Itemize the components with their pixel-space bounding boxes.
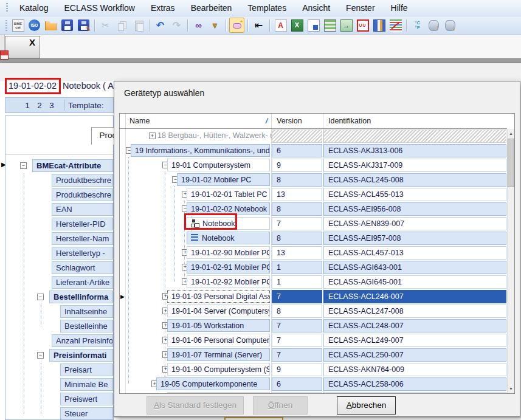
tree-row-19-01-04-server-computersyst[interactable]: +19-01-04 Server (Computersyst...8ECLASS… [120,304,507,318]
tree-expander-icon[interactable]: − [20,162,27,169]
name-cell[interactable]: −19-01 Computersystem [126,158,272,173]
page-number-2[interactable]: 2 [33,101,46,110]
name-cell[interactable]: +19-01-02-91 Mobiler PC (Teile) [126,260,272,275]
tree-row-19-01-02-90-mobiler-pc-nic[interactable]: +19-01-02-90 Mobiler PC (nic...13ECLASS-… [120,246,507,260]
tree-row-notebook[interactable]: Notebook7ECLASS-AEN839-007 [120,216,507,231]
page-number-3[interactable]: 3 [46,101,58,110]
tree-expander-icon[interactable]: − [37,294,44,300]
attribute-row-preisart[interactable]: Preisart [5,363,113,377]
name-cell[interactable]: −19 Informations-, Kommunikations-, und.… [126,143,272,158]
tree-row-19-01-02-91-mobiler-pc-teile[interactable]: +19-01-02-91 Mobiler PC (Teile)1ECLASS-A… [120,260,507,275]
menu-extras[interactable]: Extras [143,0,183,16]
tree-row-19-01-02-01-tablet-pc[interactable]: +19-01-02-01 Tablet PC13ECLASS-ACL455-01… [120,187,507,202]
name-cell[interactable] [126,391,272,393]
open-folder-icon[interactable] [43,18,58,33]
filter-icon[interactable]: ▼ [207,18,223,33]
tree-row-19-01-computersystem[interactable]: −19-01 Computersystem9ECLASS-AKJ317-009 [120,158,507,173]
scroll-down-icon[interactable]: ▼ [508,384,514,393]
attribute-row-bestellinforma[interactable]: −Bestellinforma [5,290,113,305]
name-cell[interactable]: Notebook [126,216,272,231]
table-export-arrow-icon[interactable]: → [339,18,354,33]
attribute-row-ean[interactable]: EAN [5,202,113,217]
name-cell[interactable]: Notebook [126,231,272,246]
document-tab[interactable]: X [5,36,40,58]
table-columns-icon[interactable] [371,18,387,33]
name-cell[interactable]: +19-01-02-90 Mobiler PC (nic... [126,246,272,260]
db-download-icon[interactable]: ↓ [443,18,458,33]
name-cell[interactable]: +19-05 Computerkomponente [126,377,272,391]
tree-row-notebook[interactable]: Notebook8ECLASS-AEI957-008 [120,231,507,246]
menu-ansicht[interactable]: Ansicht [294,0,338,16]
copy-icon[interactable] [114,18,129,33]
menu-bearbeiten[interactable]: Bearbeiten [183,0,240,16]
name-cell[interactable]: +19-01-04 Server (Computersyst... [126,304,272,318]
tree-row-19-01-05-workstation[interactable]: +19-01-05 Workstation7ECLASS-ACL248-007 [120,318,507,333]
cut-icon[interactable]: ✂ [98,18,113,33]
excel-export-icon[interactable]: X [289,18,305,33]
name-cell[interactable]: +19-01-90 Computersystem (Son... [126,362,272,377]
tree-row-19-01-02-mobiler-pc[interactable]: −19-01-02 Mobiler PC8ECLASS-ACL245-008 [120,173,507,187]
menu-katalog[interactable]: Katalog [12,0,56,16]
db-upload-icon[interactable]: ↑ [426,18,441,33]
attribute-row-anzahl-preisinfo[interactable]: Anzahl Preisinfo [5,334,113,348]
menu-eclass-workflow[interactable]: ECLASS Workflow [56,0,142,16]
tree-expander-icon[interactable]: − [37,352,44,359]
attribute-row-preisinformati[interactable]: −Preisinformati [5,348,113,363]
redo-icon[interactable]: ↷ [169,18,184,33]
new-document-icon[interactable] [306,18,321,33]
name-cell[interactable]: +19-01-03 Personal Digital Assist... [126,289,272,304]
attribute-row-minimale-be[interactable]: Minimale Be [5,377,113,392]
attribute-row-preiswert[interactable]: Preiswert [5,392,113,407]
name-cell[interactable]: +19-01-02-92 Mobiler PC (Zub... [126,275,272,289]
attribute-row-schlagwort[interactable]: Schlagwort [5,261,113,275]
öffnen-button[interactable]: Öffnen [253,396,308,415]
pdf-export-icon[interactable]: A [273,18,288,33]
attribute-tree-panel[interactable]: −BMEcat-AttributeProduktbeschreProduktbe… [5,115,114,420]
tree-expander-icon[interactable]: + [149,133,156,139]
page-number-1[interactable]: 1 [21,101,33,110]
als-standard-festlegen-button[interactable]: Als Standard festlegen [147,396,244,415]
name-cell[interactable]: +19-01-06 Personal Computer [126,333,272,348]
paste-icon[interactable] [131,18,146,33]
attribute-row-hersteller-pid[interactable]: Hersteller-PID [5,217,113,232]
name-cell[interactable]: −19-01-02-02 Notebook [126,202,272,216]
find-icon[interactable]: ∞ [191,18,206,33]
name-cell[interactable]: +19-01-07 Terminal (Server) [126,348,272,362]
undo-icon[interactable]: ↶ [153,18,168,33]
tree-row-19-informations-kommunikations-und[interactable]: −19 Informations-, Kommunikations-, und.… [120,143,507,158]
unit-uu-icon[interactable]: UU [355,18,370,33]
temperature-icon[interactable]: °C °F [410,18,425,33]
attribute-row-lieferant-artike[interactable]: Lieferant-Artike [5,275,113,290]
tree-row-partial[interactable] [120,391,507,393]
tree-row-18-bergbau-hütten-walzwerk-und-g[interactable]: +18 Bergbau-, Hütten-, Walzwerk- und G..… [120,129,507,143]
attribute-row-produktbeschre[interactable]: Produktbeschre [5,173,113,188]
name-cell[interactable]: +19-01-05 Workstation [126,318,272,333]
tree-row-19-01-06-personal-computer[interactable]: +19-01-06 Personal Computer7ECLASS-ACL24… [120,333,507,348]
save-icon[interactable] [60,18,75,33]
menu-fenster[interactable]: Fenster [338,0,382,16]
save-as-icon[interactable]: ✎ [76,18,91,33]
attribute-row-produktbeschre[interactable]: Produktbeschre [5,188,113,202]
name-cell[interactable]: −19-01-02 Mobiler PC [126,173,272,187]
name-cell[interactable]: +19-01-02-01 Tablet PC [126,187,272,202]
junction-icon[interactable]: ⇤ [251,18,266,33]
classification-tree-grid[interactable]: Name / Version Identifikation +18 Bergba… [119,113,515,394]
tree-row-19-01-03-personal-digital-assist[interactable]: ▶+19-01-03 Personal Digital Assist...7EC… [120,289,507,304]
column-header-identifikation[interactable]: Identifikation [323,114,507,128]
tree-row-19-01-02-02-notebook[interactable]: −19-01-02-02 Notebook8ECLASS-AEI956-008 [120,202,507,216]
tree-row-19-01-90-computersystem-son[interactable]: +19-01-90 Computersystem (Son...9ECLASS-… [120,362,507,377]
close-document-icon[interactable]: X [29,37,35,47]
bmecat-icon[interactable]: BME cat [10,18,26,33]
attribute-row-bmecat-attribute[interactable]: −BMEcat-Attribute [5,159,113,173]
column-header-version[interactable]: Version [272,114,323,128]
scrollbar-thumb[interactable] [508,139,514,187]
tree-row-19-05-computerkomponente[interactable]: +19-05 Computerkomponente6ECLASS-ACL258-… [120,377,507,391]
scroll-up-icon[interactable]: ▲ [508,129,514,138]
attribute-row-herstellertyp[interactable]: Herstellertyp - [5,246,113,261]
attribute-row-steuer[interactable]: Steuer [5,407,113,420]
iso-icon[interactable]: ISO [27,18,42,33]
vertical-scrollbar[interactable]: ▲ ▼ [507,129,514,393]
attribute-row-bestelleinhe[interactable]: Bestelleinhe [5,319,113,334]
link-mapping-icon[interactable]: + [229,18,244,33]
tree-row-19-01-02-92-mobiler-pc-zub[interactable]: +19-01-02-92 Mobiler PC (Zub...1ECLASS-A… [120,275,507,289]
